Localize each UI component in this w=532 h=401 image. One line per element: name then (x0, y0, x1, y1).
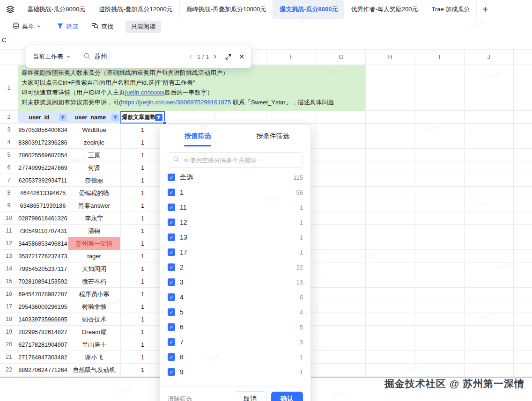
cell-article-count[interactable]: 1 (120, 351, 165, 364)
name-box[interactable]: C (2, 36, 6, 44)
cell-user-name[interactable]: 奈德丽 (68, 174, 120, 187)
header-cell-user-name[interactable]: user_name (68, 111, 120, 124)
checkbox-checked-icon[interactable]: ✓ (168, 308, 175, 316)
cell-user-id[interactable]: 620537392934711 (18, 174, 68, 187)
sheet-tab[interactable]: 基础挑战-瓜分8000元 (21, 0, 92, 19)
column-header-J[interactable]: J (464, 50, 513, 65)
cell-article-count[interactable]: 1 (120, 313, 165, 326)
cell-user-id[interactable]: 271764847303482 (18, 351, 68, 364)
add-sheet-button[interactable]: + (482, 5, 488, 14)
cell-article-count[interactable]: 1 (120, 326, 165, 338)
cell-user-id[interactable]: 627178281904907 (18, 338, 68, 351)
cell-article-count[interactable]: 1 (120, 149, 165, 161)
filter-value-row[interactable]: ✓54 (160, 305, 310, 320)
sheet-tab[interactable]: 爆文挑战-瓜分8000元 (273, 0, 344, 19)
column-header-G[interactable]: G (317, 50, 365, 65)
cell-user-name[interactable]: 苏州第一深情 (68, 237, 120, 250)
cell-article-count[interactable]: 1 (120, 300, 165, 313)
row-header-20[interactable]: 20 (0, 338, 18, 351)
cell-user-name[interactable]: 自然吸气发动机 (68, 364, 120, 376)
cell-user-id[interactable]: 702810894153592 (18, 275, 68, 288)
row-header-22[interactable]: 22 (0, 364, 18, 376)
cell-user-id[interactable]: 46442613394675 (18, 187, 68, 199)
cell-user-name[interactable]: 爱编程的喵 (68, 187, 120, 199)
row-header-3[interactable]: 3 (0, 124, 18, 136)
filter-search-box[interactable] (168, 152, 303, 168)
cell-article-count[interactable]: 1 (120, 212, 165, 225)
filter-value-row[interactable]: ✓171 (160, 245, 310, 260)
row-header-18[interactable]: 18 (0, 313, 18, 326)
previous-match-button[interactable] (188, 54, 194, 59)
filter-search-input[interactable] (183, 156, 298, 164)
filter-value-row[interactable]: ✓131 (160, 230, 310, 245)
cell-article-count[interactable]: 1 (120, 187, 165, 199)
checkbox-checked-icon[interactable]: ✓ (168, 263, 175, 271)
row-header-12[interactable]: 12 (0, 237, 18, 250)
checkbox-checked-icon[interactable]: ✓ (168, 323, 175, 331)
clear-filter-button[interactable]: 清除筛选 (168, 395, 192, 401)
filter-icon-active[interactable] (155, 114, 163, 121)
cell-user-name[interactable]: 谢小飞 (68, 351, 120, 364)
cell-user-name[interactable]: WildBlue (68, 124, 120, 136)
cell-user-id[interactable]: 295436009296195 (18, 300, 68, 313)
cell-user-name[interactable]: 三原 (68, 149, 120, 161)
cell-user-name[interactable]: 李永宁 (68, 212, 120, 225)
cell-user-name[interactable]: 半山居士 (68, 338, 120, 351)
row-header-19[interactable]: 19 (0, 326, 18, 338)
sheets-icon[interactable] (0, 5, 21, 14)
cell-user-id[interactable]: 353721776237473 (18, 250, 68, 262)
sheet-tab[interactable]: 巅峰挑战-再叠加瓜分10000元 (180, 0, 273, 19)
filter-value-row[interactable]: ✓111 (160, 200, 310, 215)
row-header-13[interactable]: 13 (0, 250, 18, 262)
filter-value-row[interactable]: ✓65 (160, 320, 310, 335)
cell-article-count[interactable]: 1 (120, 199, 165, 212)
sheet-tab[interactable]: Trae 加成瓜分 (425, 0, 477, 19)
notice-link[interactable]: https://juejin.cn/user/3806975299161875 (121, 99, 231, 106)
cell-user-name[interactable]: 微芒不朽 (68, 275, 120, 288)
cell-user-name[interactable]: Dream耀 (68, 326, 120, 338)
filter-value-row[interactable]: ✓81 (160, 350, 310, 365)
row-header-4[interactable]: 4 (0, 136, 18, 149)
row-header-21[interactable]: 21 (0, 351, 18, 364)
expand-icon[interactable] (225, 53, 232, 60)
filter-button[interactable]: 筛选 (57, 22, 78, 31)
filter-value-row[interactable]: ✓73 (160, 335, 310, 350)
cell-user-name[interactable]: 程序员小寒 (68, 288, 120, 300)
checkbox-checked-icon[interactable]: ✓ (168, 219, 175, 226)
checkbox-checked-icon[interactable]: ✓ (168, 368, 175, 376)
cell-article-count[interactable]: 1 (120, 275, 165, 288)
filter-value-row[interactable]: ✓156 (160, 185, 310, 200)
filter-value-row[interactable]: ✓313 (160, 275, 310, 290)
filter-icon[interactable] (59, 114, 66, 121)
row-header-15[interactable]: 15 (0, 275, 18, 288)
cell-user-name[interactable]: 知否技术 (68, 313, 120, 326)
row-header-1[interactable]: 1 (0, 65, 18, 111)
row-header-7[interactable]: 7 (0, 174, 18, 187)
checkbox-checked-icon[interactable]: ✓ (168, 174, 175, 181)
cell-user-id[interactable]: 957053856400634 (18, 124, 68, 136)
row-header-16[interactable]: 16 (0, 288, 18, 300)
checkbox-checked-icon[interactable]: ✓ (168, 189, 175, 196)
cell-user-name[interactable]: 树獭非懒 (68, 300, 120, 313)
cell-user-id[interactable]: 028798616461326 (18, 212, 68, 225)
cell-article-count[interactable]: 1 (120, 174, 165, 187)
cell-article-count[interactable]: 1 (120, 262, 165, 275)
find-button[interactable]: 查找 (91, 22, 113, 31)
cell-user-id[interactable]: 799545205237117 (18, 262, 68, 275)
cell-article-count[interactable]: 1 (120, 124, 165, 136)
row-header-10[interactable]: 10 (0, 212, 18, 225)
checkbox-checked-icon[interactable]: ✓ (168, 338, 175, 346)
filter-value-row[interactable]: ✓121 (160, 215, 310, 230)
cell-user-id[interactable]: 282995782614827 (18, 326, 68, 338)
column-header-F[interactable]: F (266, 50, 317, 65)
filter-tab[interactable]: 按条件筛选 (236, 124, 311, 146)
cell-user-name[interactable]: tager (68, 250, 120, 262)
row-header-17[interactable]: 17 (0, 300, 18, 313)
close-icon[interactable]: ✕ (239, 53, 244, 60)
checkbox-checked-icon[interactable]: ✓ (168, 248, 175, 256)
column-header-H[interactable]: H (365, 50, 415, 65)
sheet-tab[interactable]: 进阶挑战-叠加瓜分12000元 (92, 0, 179, 19)
cell-article-count[interactable]: 1 (120, 237, 165, 250)
header-cell-article-count[interactable]: 爆款文章篇数 (120, 111, 165, 124)
filter-icon[interactable] (111, 114, 119, 121)
